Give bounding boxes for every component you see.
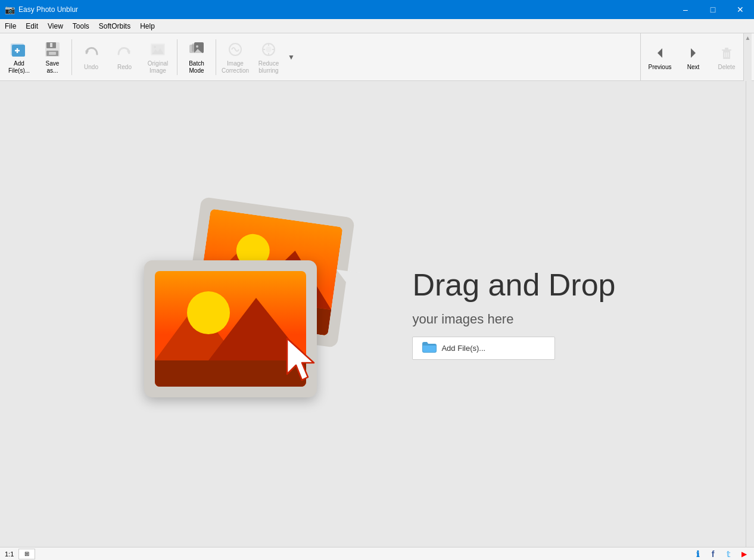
menu-edit[interactable]: Edit <box>21 21 43 32</box>
menu-help[interactable]: Help <box>135 21 160 32</box>
drag-drop-title: Drag and Drop <box>412 268 615 302</box>
toolbar-sep-3 <box>216 39 216 75</box>
menu-file[interactable]: File <box>0 21 21 32</box>
drag-cursor <box>281 335 329 391</box>
info-icon[interactable]: ℹ <box>692 549 703 559</box>
save-as-icon <box>43 40 62 59</box>
next-icon <box>684 43 703 63</box>
svg-point-18 <box>196 45 198 48</box>
toolbar-image-correction[interactable]: ImageCorrection <box>219 36 252 79</box>
status-left: 1:1 ⊞ <box>5 549 35 559</box>
reduce-blurring-icon <box>259 40 278 59</box>
toolbar-sep-1 <box>71 39 72 75</box>
svg-marker-27 <box>658 48 662 58</box>
svg-rect-30 <box>722 49 731 51</box>
add-files-button[interactable]: Add File(s)... <box>412 337 555 360</box>
facebook-icon[interactable]: f <box>708 549 718 559</box>
delete-icon <box>717 43 736 63</box>
main-content: Drag and Drop your images here Add File(… <box>0 81 754 547</box>
drop-zone-area: Drag and Drop your images here Add File(… <box>138 201 615 427</box>
next-label: Next <box>687 64 700 71</box>
toolbar-reduce-blurring[interactable]: Reduceblurring <box>252 36 285 79</box>
menu-view[interactable]: View <box>43 21 68 32</box>
svg-rect-31 <box>725 48 728 49</box>
toolbar-sep-2 <box>177 39 177 75</box>
right-toolbar: Previous Next D <box>640 33 754 81</box>
svg-point-22 <box>266 46 272 52</box>
undo-icon <box>82 43 101 63</box>
folder-icon <box>422 342 437 354</box>
toolbar-original-image[interactable]: OriginalImage <box>141 36 175 79</box>
fold-corner-bg <box>334 269 360 296</box>
toolbar: AddFile(s)... Saveas... Undo <box>0 33 754 81</box>
toolbar-redo[interactable]: Redo <box>108 36 141 79</box>
svg-marker-28 <box>691 48 696 58</box>
status-bar: 1:1 ⊞ ℹ f 𝕥 ▶ <box>0 547 754 560</box>
delete-label: Delete <box>718 64 736 71</box>
original-image-label: OriginalImage <box>148 60 168 74</box>
toolbar-batch-mode[interactable]: BatchMode <box>180 36 213 79</box>
svg-point-43 <box>187 291 230 334</box>
add-files-btn-label: Add File(s)... <box>441 344 485 353</box>
reduce-blurring-label: Reduceblurring <box>258 60 279 74</box>
status-right: ℹ f 𝕥 ▶ <box>692 549 749 559</box>
side-scrollbar[interactable] <box>746 81 754 547</box>
image-correction-label: ImageCorrection <box>222 60 249 74</box>
toolbar-add-files[interactable]: AddFile(s)... <box>2 36 36 79</box>
title-bar-title: Easy Photo Unblur <box>18 5 78 14</box>
menu-tools[interactable]: Tools <box>68 21 94 32</box>
title-bar-controls: – □ ✕ <box>672 0 754 19</box>
save-as-label: Saveas... <box>46 60 60 74</box>
image-correction-icon <box>226 40 245 59</box>
redo-label: Redo <box>117 64 132 71</box>
svg-rect-6 <box>50 43 52 47</box>
more-icon: ▼ <box>282 48 301 67</box>
toolbar-previous[interactable]: Previous <box>643 36 677 79</box>
toolbar-delete[interactable]: Delete <box>710 36 743 79</box>
menu-softorbits[interactable]: SoftOrbits <box>94 21 135 32</box>
twitter-icon[interactable]: 𝕥 <box>723 549 734 559</box>
app-icon: 📷 <box>5 5 15 14</box>
drop-zone-text: Drag and Drop your images here Add File(… <box>412 268 615 360</box>
previous-label: Previous <box>649 64 672 71</box>
batch-mode-icon <box>187 40 206 59</box>
drag-drop-subtitle: your images here <box>412 312 615 327</box>
title-bar: 📷 Easy Photo Unblur – □ ✕ <box>0 0 754 19</box>
add-files-icon <box>10 40 29 59</box>
image-illustration <box>138 201 376 427</box>
title-bar-left: 📷 Easy Photo Unblur <box>5 5 78 14</box>
undo-label: Undo <box>84 64 98 71</box>
batch-mode-label: BatchMode <box>189 60 204 74</box>
toolbar-undo[interactable]: Undo <box>74 36 108 79</box>
minimize-button[interactable]: – <box>672 0 699 19</box>
svg-rect-8 <box>49 52 56 55</box>
toolbar-scrollbar: ▲ <box>743 33 752 81</box>
svg-point-13 <box>154 46 156 48</box>
toolbar-next[interactable]: Next <box>677 36 710 79</box>
add-files-label: AddFile(s)... <box>8 60 30 74</box>
close-button[interactable]: ✕ <box>727 0 754 19</box>
zoom-level: 1:1 <box>5 550 14 558</box>
previous-icon <box>650 43 669 63</box>
toolbar-save-as[interactable]: Saveas... <box>36 36 69 79</box>
svg-marker-45 <box>287 338 314 380</box>
restore-button[interactable]: □ <box>699 0 727 19</box>
redo-icon <box>115 43 134 63</box>
menu-bar: File Edit View Tools SoftOrbits Help <box>0 19 754 33</box>
fit-button[interactable]: ⊞ <box>18 549 35 559</box>
toolbar-more[interactable]: ▼ <box>285 36 297 79</box>
original-image-icon <box>148 40 167 59</box>
youtube-icon[interactable]: ▶ <box>739 549 749 559</box>
